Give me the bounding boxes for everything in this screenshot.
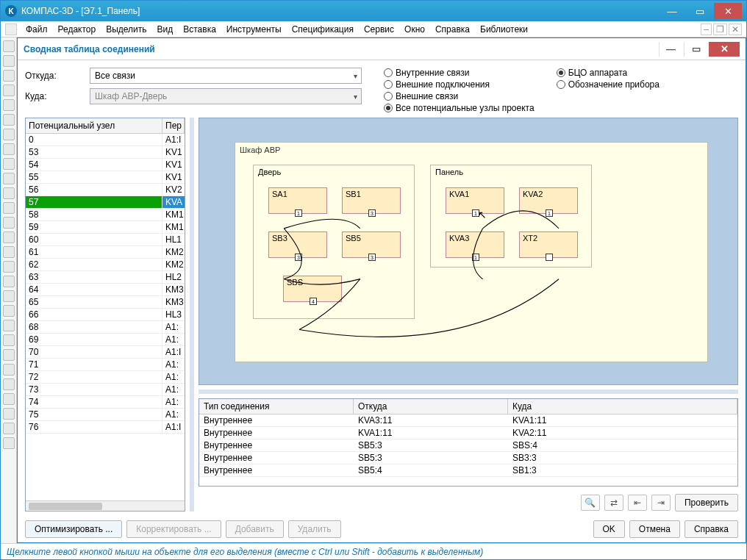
- tool-icon[interactable]: [3, 290, 15, 302]
- device[interactable]: SA11: [268, 187, 327, 214]
- tool-icon[interactable]: [3, 187, 15, 199]
- radio-device-designation[interactable]: [557, 80, 565, 89]
- tool-icon[interactable]: [3, 55, 15, 67]
- table-row[interactable]: 62KM2: [26, 259, 185, 271]
- tool-icon[interactable]: [3, 364, 15, 376]
- mdi-min-icon[interactable]: –: [701, 24, 712, 35]
- dialog-minimize-button[interactable]: —: [659, 42, 682, 57]
- table-row[interactable]: 61KM2: [26, 246, 185, 259]
- table-row[interactable]: 53KV1: [26, 146, 185, 159]
- mdi-close-icon[interactable]: ✕: [729, 24, 742, 35]
- device[interactable]: KVA31: [446, 231, 504, 258]
- menu-service[interactable]: Сервис: [360, 23, 398, 36]
- device[interactable]: SB33: [268, 231, 327, 258]
- table-row[interactable]: 68A1:: [26, 321, 185, 334]
- tool-icon[interactable]: [3, 378, 15, 390]
- tool-icon[interactable]: [3, 320, 15, 331]
- table-row[interactable]: 65KM3: [26, 296, 185, 309]
- dialog-titlebar[interactable]: Сводная таблица соединений — ▭ ✕: [18, 38, 746, 60]
- menu-window[interactable]: Окно: [400, 23, 429, 36]
- tool-icon[interactable]: [3, 129, 15, 140]
- indent-right-icon[interactable]: ⇥: [651, 495, 671, 511]
- table-row[interactable]: 63HL2: [26, 271, 185, 284]
- radio-bco[interactable]: [557, 68, 565, 77]
- device[interactable]: SB13: [342, 187, 401, 214]
- tool-icon[interactable]: [3, 349, 15, 361]
- dialog-maximize-button[interactable]: ▭: [684, 42, 707, 57]
- tool-icon[interactable]: [3, 276, 15, 287]
- diagram-canvas[interactable]: Шкаф АВР Дверь SA11 SB13 SB33 SB53 SBS4: [199, 118, 738, 385]
- tool-icon[interactable]: [3, 40, 15, 52]
- menu-file[interactable]: Файл: [21, 23, 52, 36]
- tool-icon[interactable]: [3, 143, 15, 155]
- table-row[interactable]: 57KVA: [26, 196, 185, 209]
- menu-select[interactable]: Выделить: [101, 23, 151, 36]
- table-row[interactable]: 70A1:I: [26, 346, 185, 359]
- table-row[interactable]: 58KM1: [26, 209, 185, 221]
- tool-icon[interactable]: [3, 334, 15, 346]
- table-scrollbar[interactable]: [26, 500, 185, 511]
- help-button[interactable]: Справка: [685, 520, 738, 538]
- table-row[interactable]: 69A1:: [26, 334, 185, 346]
- device[interactable]: SBS4: [283, 276, 342, 302]
- table-row[interactable]: 66HL3: [26, 309, 185, 321]
- tool-icon[interactable]: [3, 423, 15, 434]
- close-button[interactable]: ✕: [714, 3, 742, 19]
- swap-icon[interactable]: ⇄: [604, 495, 623, 511]
- menu-libs[interactable]: Библиотеки: [476, 23, 532, 36]
- vertical-splitter[interactable]: [190, 118, 194, 511]
- radio-external-conn[interactable]: [384, 80, 393, 89]
- table-row[interactable]: 76A1:I: [26, 421, 185, 434]
- table-row[interactable]: 72A1:: [26, 371, 185, 384]
- tool-icon[interactable]: [3, 305, 15, 317]
- device[interactable]: KVA11: [446, 187, 504, 214]
- tool-icon[interactable]: [3, 408, 15, 420]
- tool-icon[interactable]: [3, 202, 15, 214]
- tool-icon[interactable]: [3, 70, 15, 82]
- table-row[interactable]: 0A1:I: [26, 134, 185, 146]
- cancel-button[interactable]: Отмена: [629, 520, 680, 538]
- conn-row[interactable]: ВнутреннееSB5:3SBS:4: [199, 439, 737, 452]
- ok-button[interactable]: OK: [593, 520, 625, 538]
- menu-spec[interactable]: Спецификация: [287, 23, 358, 36]
- menu-edit[interactable]: Редактор: [54, 23, 101, 36]
- conn-row[interactable]: ВнутреннееKVA3:11KVA1:11: [199, 414, 737, 427]
- document-icon[interactable]: [5, 24, 17, 35]
- table-row[interactable]: 60HL1: [26, 234, 185, 246]
- conn-row[interactable]: ВнутреннееSB5:4SB1:3: [199, 464, 737, 477]
- device[interactable]: SB53: [342, 231, 401, 258]
- table-row[interactable]: 55KV1: [26, 171, 185, 184]
- tool-icon[interactable]: [3, 246, 15, 258]
- tool-icon[interactable]: [3, 217, 15, 229]
- menu-insert[interactable]: Вставка: [179, 23, 221, 36]
- horizontal-splitter[interactable]: [199, 390, 738, 394]
- table-row[interactable]: 64KM3: [26, 284, 185, 296]
- menu-help[interactable]: Справка: [431, 23, 474, 36]
- tool-icon[interactable]: [3, 231, 15, 243]
- table-row[interactable]: 71A1:: [26, 359, 185, 371]
- table-row[interactable]: 73A1:: [26, 384, 185, 396]
- optimize-button[interactable]: Оптимизировать ...: [25, 520, 122, 538]
- radio-external-links[interactable]: [384, 92, 393, 101]
- outer-titlebar[interactable]: K КОМПАС-3D - [Э7.1_Панель] — ▭ ✕: [1, 1, 746, 21]
- table-row[interactable]: 75A1:: [26, 409, 185, 421]
- radio-all-nodes[interactable]: [384, 104, 393, 112]
- check-button[interactable]: Проверить: [675, 494, 738, 511]
- device[interactable]: XT2: [519, 231, 578, 258]
- tool-icon[interactable]: [3, 393, 15, 405]
- zoom-icon[interactable]: 🔍: [581, 495, 600, 511]
- dialog-close-button[interactable]: ✕: [709, 42, 740, 57]
- from-combo[interactable]: Все связи: [90, 68, 362, 84]
- conn-row[interactable]: ВнутреннееKVA1:11KVA2:11: [199, 427, 737, 439]
- tool-icon[interactable]: [3, 437, 15, 449]
- mdi-restore-icon[interactable]: ❐: [713, 24, 727, 35]
- table-row[interactable]: 54KV1: [26, 159, 185, 171]
- tool-icon[interactable]: [3, 85, 15, 96]
- indent-left-icon[interactable]: ⇤: [628, 495, 647, 511]
- minimize-button[interactable]: —: [658, 3, 686, 19]
- table-row[interactable]: 56KV2: [26, 184, 185, 196]
- tool-icon[interactable]: [3, 261, 15, 273]
- menu-tools[interactable]: Инструменты: [222, 23, 286, 36]
- menu-view[interactable]: Вид: [153, 23, 178, 36]
- tool-icon[interactable]: [3, 173, 15, 184]
